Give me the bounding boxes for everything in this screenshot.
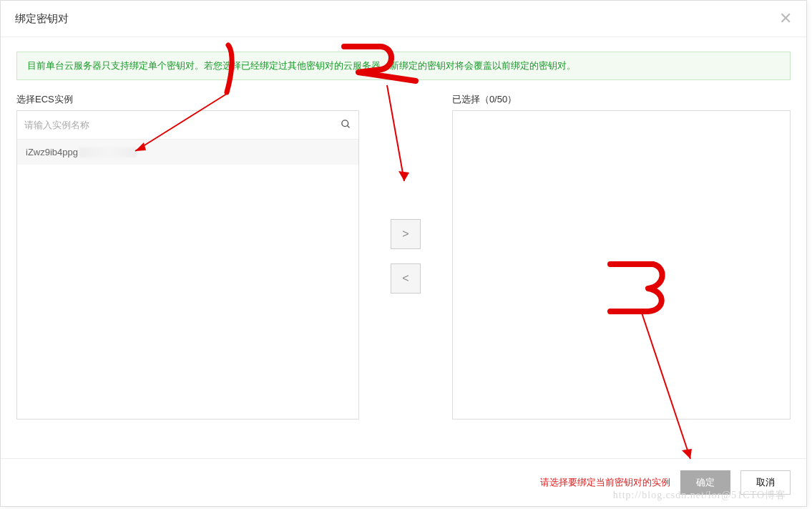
available-panel: 选择ECS实例 iZwz9ib4ppg xyxy=(16,93,359,420)
selected-panel: 已选择（0/50） xyxy=(452,93,791,420)
dialog-body: 目前单台云服务器只支持绑定单个密钥对。若您选择已经绑定过其他密钥对的云服务器，新… xyxy=(1,37,806,427)
move-left-button[interactable]: < xyxy=(391,263,421,294)
available-label: 选择ECS实例 xyxy=(16,93,359,106)
list-item[interactable]: iZwz9ib4ppg xyxy=(17,140,358,165)
svg-line-1 xyxy=(347,125,349,127)
close-icon[interactable]: ✕ xyxy=(779,11,792,26)
instance-list: iZwz9ib4ppg xyxy=(17,140,358,419)
selected-box xyxy=(452,110,791,420)
transfer-controls: > < xyxy=(359,93,452,420)
bind-keypair-dialog: 绑定密钥对 ✕ 目前单台云服务器只支持绑定单个密钥对。若您选择已经绑定过其他密钥… xyxy=(0,0,807,507)
error-text: 请选择要绑定当前密钥对的实例 xyxy=(540,476,670,489)
info-banner: 目前单台云服务器只支持绑定单个密钥对。若您选择已经绑定过其他密钥对的云服务器，新… xyxy=(16,52,791,80)
svg-marker-7 xyxy=(682,449,692,459)
search-row xyxy=(17,111,358,140)
dialog-footer: 请选择要绑定当前密钥对的实例 确定 取消 xyxy=(1,458,806,506)
confirm-button[interactable]: 确定 xyxy=(680,470,730,495)
svg-point-0 xyxy=(342,120,348,126)
redacted-text xyxy=(79,147,137,157)
available-box: iZwz9ib4ppg xyxy=(16,110,359,420)
instance-name: iZwz9ib4ppg xyxy=(26,147,78,157)
transfer-container: 选择ECS实例 iZwz9ib4ppg xyxy=(16,93,791,420)
dialog-header: 绑定密钥对 ✕ xyxy=(1,1,806,37)
move-right-button[interactable]: > xyxy=(391,219,421,249)
cancel-button[interactable]: 取消 xyxy=(740,470,791,495)
search-icon[interactable] xyxy=(341,119,351,132)
search-input[interactable] xyxy=(24,120,341,130)
selected-label: 已选择（0/50） xyxy=(452,93,791,106)
dialog-title: 绑定密钥对 xyxy=(15,12,69,26)
